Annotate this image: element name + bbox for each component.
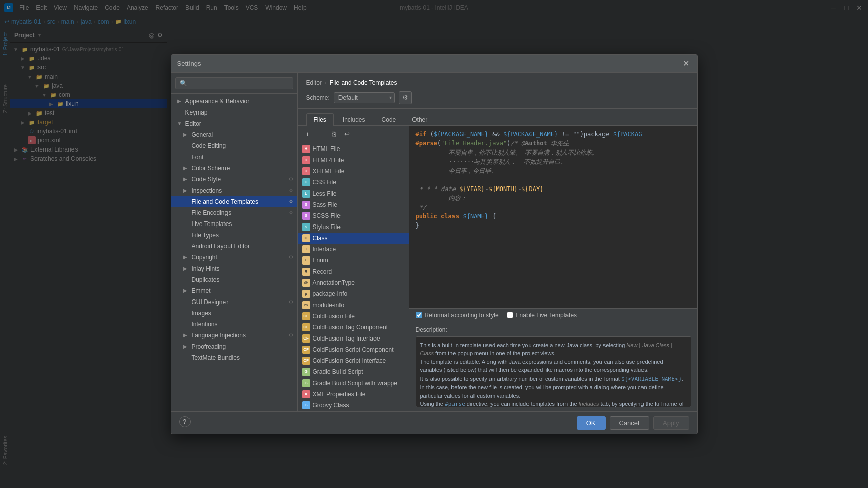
file-item-module-info[interactable]: m module-info [298,299,409,311]
dialog-title: Settings [177,60,201,67]
code-content-label: 内容： [416,195,467,202]
file-item-cf-tag-iface[interactable]: CF ColdFusion Tag Interface [298,333,409,344]
code-comment-line2: ·······与其羡慕别人， 不如提升自己. [416,158,564,165]
cancel-button[interactable]: Cancel [610,416,649,430]
scheme-select-wrapper: Default Project [334,92,395,103]
settings-item-copyright[interactable]: ▶ Copyright ⚙ [171,252,297,263]
file-item-gradle[interactable]: G Gradle Build Script [298,366,409,378]
desc-variable-format: ${<VARIABLE_NAME>} [621,376,682,382]
less-file-icon: L [302,190,310,198]
live-templates-checkbox-label[interactable]: Enable Live Templates [507,312,577,319]
file-item-class[interactable]: C Class [298,233,409,244]
file-label-html: HTML File [313,145,341,153]
reformat-checkbox-label[interactable]: Reformat according to style [416,312,499,319]
tab-other[interactable]: Other [404,113,435,126]
file-item-cf-tag-comp[interactable]: CF ColdFusion Tag Component [298,322,409,333]
settings-item-gui[interactable]: ▶ GUI Designer ⚙ [171,296,297,308]
file-item-interface[interactable]: I Interface [298,244,409,255]
file-item-xml-props[interactable]: X XML Properties File [298,389,409,400]
settings-item-textmate[interactable]: ▶ TextMate Bundles [171,352,297,363]
copy-template-button[interactable]: ⎘ [328,129,339,140]
file-label-class: Class [313,235,328,242]
css-file-icon: C [302,178,310,186]
settings-item-file-templates[interactable]: ▶ File and Code Templates ⚙ [171,196,297,207]
tab-includes[interactable]: Includes [335,113,373,126]
dialog-close-button[interactable]: ✕ [681,58,691,68]
file-item-scss[interactable]: S SCSS File [298,210,409,221]
cf-script-comp-icon: CF [302,346,310,354]
settings-item-code-editing[interactable]: ▶ Code Editing [171,140,297,152]
reset-template-button[interactable]: ↩ [342,129,353,140]
file-item-groovy[interactable]: G Groovy Class [298,400,409,411]
settings-item-general[interactable]: ▶ General [171,129,297,140]
settings-item-duplicates[interactable]: ▶ Duplicates [171,274,297,285]
file-item-package-info[interactable]: p package-info [298,288,409,299]
settings-item-appearance[interactable]: ▶ Appearance & Behavior [171,96,297,107]
desc-text-3: It is also possible to specify an arbitr… [420,376,621,382]
settings-item-inspections[interactable]: ▶ Inspections ⚙ [171,185,297,196]
file-item-cf-script-iface[interactable]: CF ColdFusion Script Interface [298,355,409,366]
code-comment-end: */ [416,204,427,211]
file-item-cf-script-comp[interactable]: CF ColdFusion Script Component [298,344,409,355]
code-editor-content[interactable]: #if (${PACKAGE_NAME} && ${PACKAGE_NAME} … [409,126,697,308]
add-template-button[interactable]: + [302,129,313,140]
file-item-css[interactable]: C CSS File [298,177,409,188]
label-images: Images [192,310,211,317]
ok-button[interactable]: OK [577,416,606,430]
file-item-enum[interactable]: E Enum [298,255,409,266]
settings-item-proofreading[interactable]: ▶ Proofreading [171,341,297,352]
reformat-checkbox[interactable] [416,312,422,318]
label-lang-inject: Language Injections [192,332,246,339]
settings-item-color-scheme[interactable]: ▶ Color Scheme [171,163,297,174]
live-templates-checkbox[interactable] [507,312,513,318]
settings-item-keymap[interactable]: ▶ Keymap [171,107,297,118]
settings-item-editor[interactable]: ▼ Editor [171,118,297,129]
settings-search-input[interactable] [175,77,293,89]
settings-item-images[interactable]: ▶ Images [171,308,297,319]
file-item-xhtml[interactable]: H XHTML File [298,166,409,177]
scheme-gear-button[interactable]: ⚙ [399,91,412,104]
file-item-annotation[interactable]: @ AnnotationType [298,277,409,288]
file-list: H HTML File H HTML4 File H [298,143,409,411]
file-label-stylus: Stylus File [313,223,341,231]
file-item-gradle-wrapper[interactable]: G Gradle Build Script with wrappe [298,378,409,389]
settings-item-live-templates[interactable]: ▶ Live Templates [171,218,297,230]
apply-button[interactable]: Apply [653,416,689,430]
file-item-less[interactable]: L Less File [298,188,409,199]
label-code-editing: Code Editing [192,142,227,149]
code-comment-line3: 今日事，今日毕. [416,167,495,174]
settings-item-code-style[interactable]: ▶ Code Style ⚙ [171,174,297,185]
tab-code[interactable]: Code [374,113,404,126]
settings-item-lang-inject[interactable]: ▶ Language Injections ⚙ [171,330,297,341]
help-button[interactable]: ? [179,416,191,427]
gear-badge-file-encodings: ⚙ [289,210,293,215]
file-item-sass[interactable]: S Sass File [298,199,409,210]
java-annotation-icon: @ [302,279,310,287]
file-item-stylus[interactable]: S Stylus File [298,221,409,233]
file-label-scss: SCSS File [313,212,341,219]
file-item-html[interactable]: H HTML File [298,143,409,155]
arrow-proofreading: ▶ [183,344,191,349]
scheme-select[interactable]: Default Project [334,92,395,103]
settings-item-font[interactable]: ▶ Font [171,152,297,163]
code-comment-author: /* @ [510,140,525,147]
label-gui: GUI Designer [192,298,229,306]
file-item-html4[interactable]: H HTML4 File [298,155,409,166]
settings-item-emmet[interactable]: ▶ Emmet [171,285,297,296]
desc-text-5: Using the [420,401,445,407]
settings-item-intentions[interactable]: ▶ Intentions [171,319,297,330]
tab-files[interactable]: Files [306,113,334,126]
label-code-style: Code Style [192,176,221,183]
settings-item-file-encodings[interactable]: ▶ File Encodings ⚙ [171,207,297,218]
file-item-record[interactable]: R Record [298,266,409,277]
label-textmate: TextMate Bundles [192,354,240,361]
settings-item-inlay[interactable]: ▶ Inlay Hints [171,263,297,274]
arrow-emmet: ▶ [183,288,191,293]
settings-item-android[interactable]: ▶ Android Layout Editor [171,241,297,252]
arrow-editor: ▼ [177,121,184,126]
groovy-file-icon: G [302,401,310,409]
file-item-cf-file[interactable]: CF ColdFusion File [298,311,409,322]
description-area: Description: This is a built-in template… [409,322,697,411]
remove-template-button[interactable]: − [315,129,326,140]
settings-item-file-types[interactable]: ▶ File Types [171,230,297,241]
